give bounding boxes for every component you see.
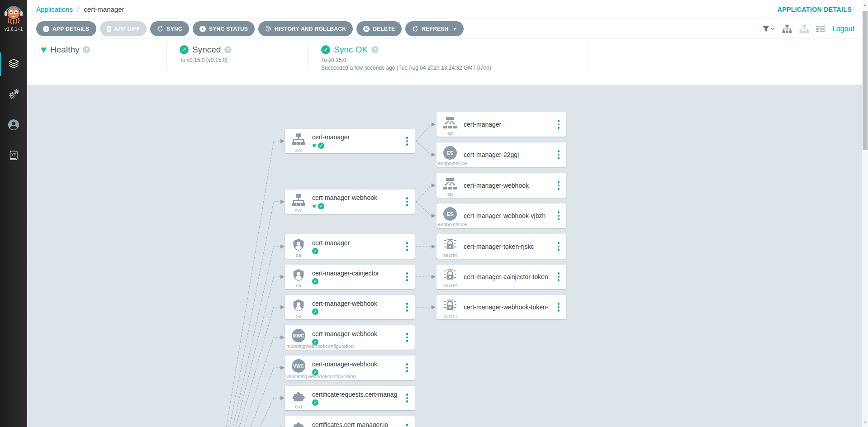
- scrollbar-thumb[interactable]: [863, 11, 868, 150]
- help-book-icon: ?: [8, 150, 19, 163]
- resource-node-crd-certificaterequests[interactable]: certificaterequests.cert-manag...✓crd: [285, 386, 415, 410]
- refresh-button[interactable]: REFRESH▼: [405, 21, 464, 36]
- node-body: cert-manager: [464, 121, 551, 128]
- resource-kind-label: endpointslice: [438, 161, 467, 166]
- network-view-active-icon[interactable]: [782, 24, 792, 33]
- history-and-rollback-button[interactable]: HISTORY AND ROLLBACK: [258, 21, 353, 36]
- help-question-icon[interactable]: ?: [83, 46, 90, 53]
- resource-kind-label: svc: [285, 208, 312, 213]
- resource-kind-label: validatingwebhookconfiguration: [286, 374, 356, 379]
- app-details-button[interactable]: iAPP DETAILS: [36, 21, 96, 36]
- endpointslice-badge: ES: [443, 207, 457, 221]
- info-icon: i: [199, 26, 206, 32]
- node-menu-button[interactable]: [551, 211, 566, 220]
- resource-name: certificates.cert-manager.io: [312, 421, 398, 427]
- resource-kind-label: ep: [436, 191, 464, 197]
- resource-node-ep-cert-manager-webhook[interactable]: cert-manager-webhookep: [436, 173, 566, 198]
- node-menu-button[interactable]: [551, 242, 566, 251]
- sidebar-item-settings[interactable]: [0, 80, 27, 110]
- resource-node-es-cert-manager-22ggj[interactable]: EScert-manager-22ggjendpointslice: [436, 142, 566, 167]
- node-menu-button[interactable]: [399, 242, 415, 251]
- node-body: cert-manager-webhook: [464, 182, 551, 189]
- node-menu-button[interactable]: [399, 303, 415, 312]
- node-menu-button[interactable]: [551, 303, 566, 312]
- sidebar-item-user[interactable]: [0, 110, 27, 141]
- resource-node-secret-cert-manager-cainjector-token[interactable]: cert-manager-cainjector-token-...secret: [436, 265, 566, 289]
- resource-name: cert-manager-22ggj: [464, 151, 549, 158]
- breadcrumb-current: cert-manager: [84, 5, 124, 13]
- node-body: cert-manager-cainjector-token-...: [464, 273, 551, 280]
- resource-name: cert-manager-webhook: [312, 330, 398, 337]
- node-menu-button[interactable]: [399, 333, 415, 342]
- resource-node-ep-cert-manager[interactable]: cert-managerep: [436, 112, 566, 137]
- top-bar: Applications / cert-manager APPLICATION …: [27, 0, 868, 19]
- user-icon: [7, 119, 20, 133]
- node-body: certificaterequests.cert-manag...✓: [312, 391, 399, 406]
- resource-kind-label: mutatingwebhookconfiguration: [286, 343, 354, 349]
- sidebar-item-applications[interactable]: [0, 49, 27, 80]
- resource-node-sa-cert-manager[interactable]: cert-manager✓sa: [285, 234, 415, 259]
- resource-node-secret-cert-manager-token-rjskc[interactable]: cert-manager-token-rjskcsecret: [436, 234, 566, 259]
- node-body: cert-manager-cainjector✓: [312, 270, 399, 285]
- synced-check-icon: ✓: [318, 203, 324, 209]
- breadcrumb-applications-link[interactable]: Applications: [36, 5, 73, 13]
- help-question-icon[interactable]: ?: [224, 46, 232, 53]
- resource-node-mwc-cert-manager-webhook[interactable]: MWCcert-manager-webhook✓mutatingwebhookc…: [285, 325, 415, 350]
- node-menu-button[interactable]: [399, 197, 415, 206]
- node-body: cert-manager-webhook✓: [312, 330, 399, 345]
- main-content: Applications / cert-manager APPLICATION …: [27, 0, 868, 427]
- node-menu-button[interactable]: [399, 363, 415, 372]
- resource-node-sa-cert-manager-cainjector[interactable]: cert-manager-cainjector✓sa: [285, 265, 415, 289]
- delete-button[interactable]: ✕DELETE: [356, 21, 402, 36]
- help-question-icon[interactable]: ?: [371, 46, 379, 53]
- resource-node-vwc-cert-manager-webhook[interactable]: VWCcert-manager-webhook✓validatingwebhoo…: [285, 356, 415, 380]
- resource-name: cert-manager: [464, 121, 549, 128]
- resource-name: cert-manager-cainjector: [312, 270, 398, 277]
- synced-check-icon: ✓: [312, 248, 318, 254]
- node-menu-button[interactable]: [399, 137, 415, 146]
- sidebar-item-help[interactable]: ?: [0, 141, 27, 172]
- logout-link[interactable]: Logout: [832, 25, 854, 33]
- scroll-up-arrow[interactable]: ▲: [862, 3, 868, 6]
- node-menu-button[interactable]: [551, 181, 566, 190]
- resource-node-secret-cert-manager-webhook-token[interactable]: cert-manager-webhook-token-v...secret: [436, 295, 566, 319]
- filter-icon[interactable]: [762, 25, 775, 32]
- node-menu-button[interactable]: [399, 394, 415, 403]
- sidebar-nav: ?: [0, 49, 27, 172]
- node-menu-button[interactable]: [551, 150, 566, 159]
- resource-name: cert-manager-webhook: [312, 361, 398, 368]
- sync-status-button[interactable]: iSYNC STATUS: [193, 21, 255, 36]
- synced-check-icon: ✓: [312, 399, 318, 406]
- app-diff-button[interactable]: +APP DIFF: [100, 21, 147, 36]
- resource-node-es-cert-manager-webhook-vjbzh[interactable]: EScert-manager-webhook-vjbzhendpointslic…: [436, 204, 566, 228]
- resource-kind-label: sa: [285, 283, 312, 288]
- application-details-link[interactable]: APPLICATION DETAILS: [778, 6, 852, 13]
- endpointslice-badge: ES: [443, 146, 457, 160]
- health-status-label: Healthy: [50, 45, 79, 55]
- resource-node-svc-cert-manager-webhook[interactable]: cert-manager-webhook♥✓svc: [285, 190, 415, 214]
- sync-button[interactable]: SYNC: [150, 21, 189, 36]
- synced-check-icon: ✓: [180, 45, 189, 54]
- node-body: cert-manager-22ggj: [464, 151, 551, 158]
- vertical-scrollbar[interactable]: ▲ ▼: [862, 0, 868, 427]
- scroll-down-arrow[interactable]: ▼: [862, 421, 868, 424]
- button-label: SYNC: [166, 26, 182, 32]
- network-view-inactive-icon[interactable]: [799, 24, 809, 33]
- last-sync-section: ✓ Sync OK ? To v0.15.0 Succeeded a few s…: [308, 39, 588, 85]
- node-menu-button[interactable]: [399, 272, 415, 281]
- sync-icon: [412, 26, 418, 32]
- list-view-icon[interactable]: [816, 25, 825, 33]
- resource-node-crd-certificates[interactable]: certificates.cert-manager.io✓crd: [285, 416, 415, 427]
- node-menu-button[interactable]: [399, 424, 415, 427]
- argo-logo[interactable]: [3, 4, 24, 25]
- resource-kind-label: sa: [285, 313, 312, 318]
- resource-node-svc-cert-manager[interactable]: cert-manager♥✓svc: [285, 129, 415, 153]
- node-menu-button[interactable]: [551, 120, 566, 129]
- synced-check-icon: ✓: [312, 278, 318, 285]
- node-menu-button[interactable]: [551, 272, 566, 281]
- health-status-section: ♥ Healthy ?: [27, 39, 166, 85]
- resource-node-sa-cert-manager-webhook[interactable]: cert-manager-webhook✓sa: [285, 295, 415, 319]
- resource-kind-label: ep: [436, 130, 464, 136]
- resource-name: certificaterequests.cert-manag...: [312, 391, 398, 398]
- node-body: cert-manager♥✓: [312, 133, 399, 149]
